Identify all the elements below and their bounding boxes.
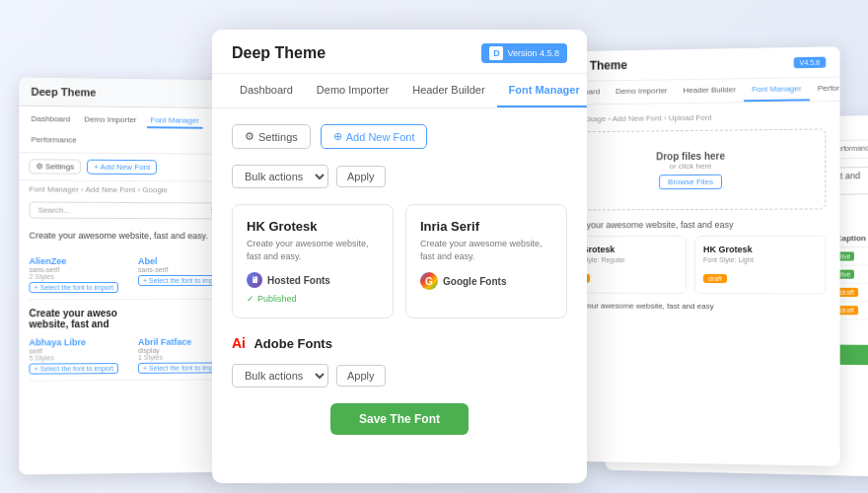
apply-button-bottom[interactable]: Apply — [336, 365, 386, 387]
adobe-icon: Ai — [232, 335, 246, 351]
inria-serif-desc: Create your awesome website, fast and ea… — [420, 238, 552, 262]
back-select-btn-1[interactable]: + Select the font to import — [29, 282, 117, 293]
hosted-fonts-icon: 🖥 — [247, 272, 262, 288]
bulk-actions-select-bottom[interactable]: Bulk actions — [232, 364, 328, 387]
right-title-bar: Deep Theme V4.5.8 — [544, 46, 839, 82]
apply-button[interactable]: Apply — [336, 166, 386, 187]
check-icon: ✓ — [247, 294, 254, 304]
google-fonts-icon: G — [420, 272, 438, 290]
back-font-styles-3: 5 Styles — [29, 354, 117, 362]
font-card-inria-serif: Inria Serif Create your awesome website,… — [405, 204, 567, 318]
back-font-entry-2: Abhaya Libre serif 5 Styles + Select the… — [29, 330, 226, 381]
right-nav-header[interactable]: Header Builder — [676, 79, 744, 103]
nav-header-builder[interactable]: Header Builder — [400, 74, 496, 107]
adobe-fonts-label: Adobe Fonts — [253, 336, 331, 351]
main-nav-bar: Dashboard Demo Importer Header Builder F… — [212, 74, 587, 108]
right-fc-badge-2: draft — [703, 274, 727, 283]
back-breadcrumb: Font Manager › Add New Font › Google — [19, 180, 236, 198]
inria-serif-name: Inria Serif — [420, 219, 552, 234]
back-search-bar[interactable]: Search... ☰ — [29, 202, 226, 220]
nav-dashboard[interactable]: Dashboard — [228, 74, 305, 107]
main-content-area: ⚙ Settings ⊕ Add New Font Bulk actions A… — [212, 108, 587, 463]
back-nav-font[interactable]: Font Manager — [146, 113, 202, 129]
add-new-label: Add New Font — [346, 131, 415, 143]
inria-serif-source-label: Google Fonts — [443, 276, 506, 287]
font-card-hk-grotesk: HK Grotesk Create your awesome website, … — [232, 204, 394, 318]
version-text: Version 4.5.8 — [507, 48, 559, 58]
bulk-actions-select[interactable]: Bulk actions — [232, 165, 328, 188]
settings-button[interactable]: ⚙ Settings — [232, 124, 311, 149]
back-font-meta-1: sans-serif — [29, 266, 117, 273]
back-font-name-1: AlienZee — [29, 256, 117, 266]
back-search-placeholder: Search... — [38, 206, 70, 215]
right-content: Font Package › Add New Font › Upload Fon… — [544, 102, 839, 321]
inria-serif-source: G Google Fonts — [420, 272, 552, 290]
add-new-font-button[interactable]: ⊕ Add New Font — [321, 124, 428, 149]
back-nav-dashboard[interactable]: Dashboard — [27, 112, 74, 128]
right-fc-name-2: HK Grotesk — [703, 245, 817, 254]
right-font-card-2: HK Grotesk Font Style: Light draft — [694, 236, 826, 295]
back-font-styles-1: 2 Styles — [29, 273, 117, 280]
right-create-text2: Create your awesome website, fast and ea… — [558, 301, 826, 311]
back-left-window: Deep Theme Dashboard Demo Importer Font … — [19, 78, 236, 475]
back-win-toolbar: ⚙ Settings + Add New Font — [19, 153, 236, 182]
nav-font-manager[interactable]: Font Manager — [497, 74, 587, 107]
adobe-fonts-source: Ai Adobe Fonts — [232, 334, 332, 352]
hk-grotesk-name: HK Grotesk — [247, 219, 379, 234]
published-label: Published — [257, 294, 297, 304]
main-window: Deep Theme D Version 4.5.8 Dashboard Dem… — [212, 30, 587, 483]
back-preview-text1: Create your awesome website, fast and ea… — [29, 231, 226, 243]
gear-icon: ⚙ — [245, 130, 254, 143]
right-fc-sub-2: Font Style: Light — [703, 256, 817, 263]
right-breadcrumb: Font Package › Add New Font › Upload Fon… — [558, 111, 826, 123]
hk-grotesk-source: 🖥 Hosted Fonts — [247, 272, 379, 288]
back-font-section: Create your awesome website, fast and ea… — [19, 223, 236, 389]
adobe-fonts-row: Ai Adobe Fonts — [232, 334, 567, 352]
main-app-title: Deep Theme — [232, 44, 326, 62]
settings-label: Settings — [258, 131, 298, 143]
font-cards-grid: HK Grotesk Create your awesome website, … — [232, 204, 567, 318]
nav-demo-importer[interactable]: Demo Importer — [305, 74, 400, 107]
version-badge: D Version 4.5.8 — [481, 43, 567, 63]
plus-icon: ⊕ — [333, 130, 342, 143]
bulk-actions-row-bottom: Bulk actions Apply — [232, 364, 567, 387]
right-window: Deep Theme V4.5.8 Dashboard Demo Importe… — [544, 46, 839, 466]
back-win-title: Deep Theme — [19, 78, 236, 109]
back-settings-btn[interactable]: ⚙ Settings — [29, 159, 81, 174]
right-nav-demo[interactable]: Demo Importer — [608, 80, 676, 104]
right-nav-font[interactable]: Font Manager — [744, 78, 810, 102]
back-nav-demo[interactable]: Demo Importer — [80, 112, 140, 128]
main-toolbar-row: ⚙ Settings ⊕ Add New Font — [232, 124, 567, 149]
browse-files-button[interactable]: Browse Files — [659, 175, 722, 189]
right-fonts-list: HK Grotesk Font Style: Regular draft HK … — [558, 236, 826, 295]
back-win-nav: Dashboard Demo Importer Font Manager Per… — [19, 106, 236, 155]
right-nav-perf[interactable]: Performance — [810, 78, 840, 102]
back-nav-perf[interactable]: Performance — [27, 133, 80, 147]
d-logo-icon: D — [489, 46, 503, 60]
hk-grotesk-desc: Create your awesome website, fast and ea… — [247, 238, 379, 262]
back-add-btn[interactable]: + Add New Font — [87, 160, 157, 176]
back-preview-text2: Create your awesowebsite, fast and — [29, 307, 226, 329]
drop-zone-subtitle: or click here — [578, 161, 804, 172]
back-font-entry-1: AlienZee sans-serif 2 Styles + Select th… — [29, 250, 226, 300]
back-select-btn-3[interactable]: + Select the font to import — [29, 363, 117, 375]
hk-grotesk-source-label: Hosted Fonts — [267, 275, 330, 286]
right-version: V4.5.8 — [793, 56, 826, 68]
published-badge: ✓ Published — [247, 294, 379, 304]
drop-zone: Drop files here or click here Browse Fil… — [558, 128, 826, 210]
right-create-text1: Create your awesome website, fast and ea… — [558, 220, 826, 231]
save-font-button[interactable]: Save The Font — [330, 403, 469, 435]
main-title-bar: Deep Theme D Version 4.5.8 — [212, 30, 587, 74]
bulk-actions-row: Bulk actions Apply — [232, 165, 567, 188]
back-font-name-3: Abhaya Libre — [29, 337, 117, 347]
